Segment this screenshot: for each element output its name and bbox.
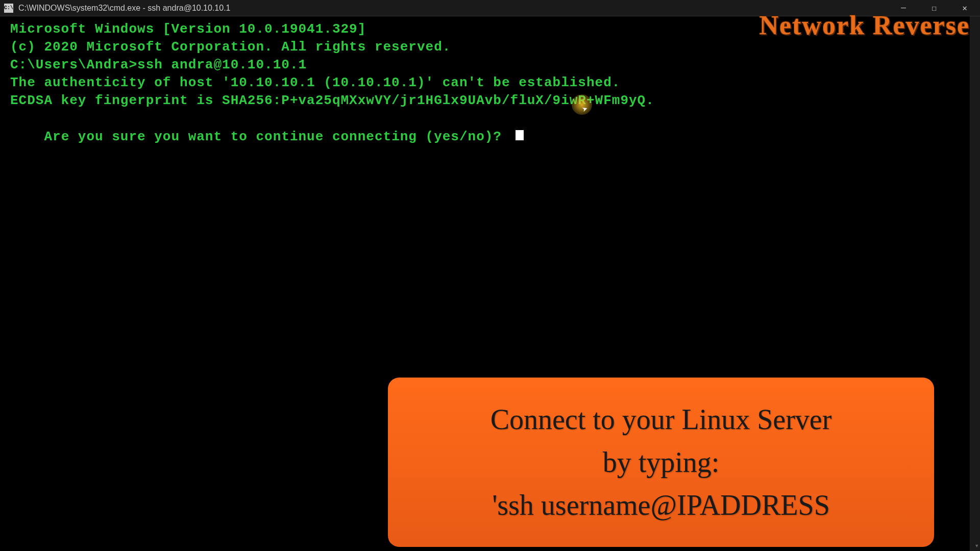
cmd-icon: C:\ — [4, 4, 13, 13]
confirm-text: Are you sure you want to continue connec… — [44, 129, 510, 144]
terminal-ecdsa-line: ECDSA key fingerprint is SHA256:P+va25qM… — [10, 92, 970, 110]
tooltip-line-2: by typing: — [603, 446, 720, 478]
terminal-confirm-line: Are you sure you want to continue connec… — [10, 110, 970, 163]
tooltip-line-3: 'ssh username@IPADDRESS — [492, 489, 830, 521]
terminal-prompt-line: C:\Users\Andra>ssh andra@10.10.10.1 — [10, 56, 970, 74]
terminal-auth-line: The authenticity of host '10.10.10.1 (10… — [10, 74, 970, 92]
text-cursor — [516, 130, 524, 140]
window-title: C:\WINDOWS\system32\cmd.exe - ssh andra@… — [18, 4, 888, 13]
instruction-tooltip: Connect to your Linux Server by typing: … — [388, 378, 934, 547]
terminal-line-copyright: (c) 2020 Microsoft Corporation. All righ… — [10, 38, 970, 56]
tooltip-line-1: Connect to your Linux Server — [491, 404, 832, 435]
scroll-down-icon: ▾ — [975, 541, 979, 550]
tooltip-content: Connect to your Linux Server by typing: … — [413, 398, 909, 527]
vertical-scrollbar[interactable]: ▾ — [970, 16, 980, 551]
watermark-logo: Network Reverse — [759, 10, 970, 40]
